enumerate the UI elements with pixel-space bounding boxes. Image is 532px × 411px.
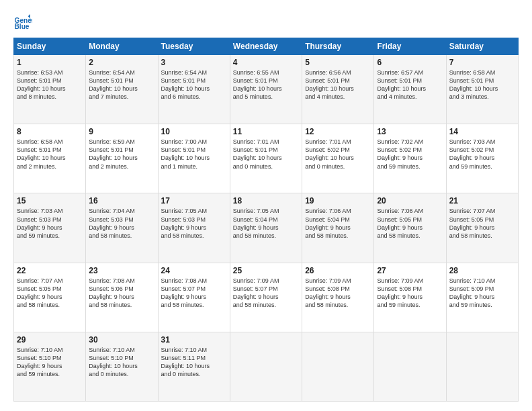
calendar-week-row: 22Sunrise: 7:07 AM Sunset: 5:05 PM Dayli… bbox=[14, 263, 519, 332]
calendar-table: SundayMondayTuesdayWednesdayThursdayFrid… bbox=[13, 38, 519, 402]
calendar-day-cell: 31Sunrise: 7:10 AM Sunset: 5:11 PM Dayli… bbox=[158, 332, 230, 401]
day-number: 27 bbox=[377, 266, 443, 275]
day-number: 19 bbox=[305, 196, 371, 205]
day-info: Sunrise: 7:06 AM Sunset: 5:04 PM Dayligh… bbox=[305, 207, 371, 240]
calendar-day-cell bbox=[374, 332, 446, 401]
svg-text:Blue: Blue bbox=[15, 23, 30, 30]
weekday-header: Monday bbox=[86, 38, 158, 55]
day-info: Sunrise: 7:10 AM Sunset: 5:11 PM Dayligh… bbox=[161, 346, 227, 379]
top-section: General Blue bbox=[13, 12, 519, 31]
calendar-day-cell: 22Sunrise: 7:07 AM Sunset: 5:05 PM Dayli… bbox=[14, 263, 86, 332]
calendar-day-cell: 21Sunrise: 7:07 AM Sunset: 5:05 PM Dayli… bbox=[446, 193, 518, 263]
day-number: 7 bbox=[449, 58, 515, 67]
day-number: 18 bbox=[233, 196, 299, 205]
calendar-day-cell bbox=[446, 332, 518, 401]
logo-icon: General Blue bbox=[13, 12, 32, 31]
weekday-header: Tuesday bbox=[158, 38, 230, 55]
calendar-day-cell bbox=[230, 332, 302, 401]
page: General Blue SundayMondayTuesdayWednesda… bbox=[0, 0, 532, 411]
calendar-day-cell: 8Sunrise: 6:58 AM Sunset: 5:01 PM Daylig… bbox=[14, 124, 86, 193]
day-number: 31 bbox=[161, 335, 227, 345]
day-number: 11 bbox=[233, 127, 299, 136]
calendar-day-cell: 17Sunrise: 7:05 AM Sunset: 5:03 PM Dayli… bbox=[158, 193, 230, 263]
day-info: Sunrise: 7:10 AM Sunset: 5:10 PM Dayligh… bbox=[89, 346, 154, 379]
day-number: 9 bbox=[89, 127, 154, 136]
day-info: Sunrise: 7:05 AM Sunset: 5:03 PM Dayligh… bbox=[161, 207, 227, 240]
day-info: Sunrise: 6:55 AM Sunset: 5:01 PM Dayligh… bbox=[233, 68, 299, 101]
day-number: 24 bbox=[161, 266, 227, 275]
calendar-day-cell: 15Sunrise: 7:03 AM Sunset: 5:03 PM Dayli… bbox=[14, 193, 86, 263]
calendar-day-cell: 18Sunrise: 7:05 AM Sunset: 5:04 PM Dayli… bbox=[230, 193, 302, 263]
day-number: 22 bbox=[17, 266, 83, 275]
day-number: 26 bbox=[305, 266, 371, 275]
calendar-day-cell: 27Sunrise: 7:09 AM Sunset: 5:08 PM Dayli… bbox=[374, 263, 446, 332]
calendar-day-cell: 9Sunrise: 6:59 AM Sunset: 5:01 PM Daylig… bbox=[86, 124, 158, 193]
calendar-day-cell: 5Sunrise: 6:56 AM Sunset: 5:01 PM Daylig… bbox=[302, 55, 374, 124]
calendar-day-cell: 25Sunrise: 7:09 AM Sunset: 5:07 PM Dayli… bbox=[230, 263, 302, 332]
day-info: Sunrise: 6:56 AM Sunset: 5:01 PM Dayligh… bbox=[305, 68, 371, 101]
calendar-day-cell: 4Sunrise: 6:55 AM Sunset: 5:01 PM Daylig… bbox=[230, 55, 302, 124]
calendar-day-cell: 6Sunrise: 6:57 AM Sunset: 5:01 PM Daylig… bbox=[374, 55, 446, 124]
day-number: 10 bbox=[161, 127, 227, 136]
day-number: 2 bbox=[89, 58, 154, 67]
calendar-day-cell: 16Sunrise: 7:04 AM Sunset: 5:03 PM Dayli… bbox=[86, 193, 158, 263]
day-number: 23 bbox=[89, 266, 154, 275]
calendar-day-cell: 1Sunrise: 6:53 AM Sunset: 5:01 PM Daylig… bbox=[14, 55, 86, 124]
logo: General Blue bbox=[13, 12, 35, 31]
weekday-header: Saturday bbox=[446, 38, 518, 55]
day-info: Sunrise: 7:07 AM Sunset: 5:05 PM Dayligh… bbox=[449, 207, 515, 240]
day-info: Sunrise: 7:03 AM Sunset: 5:03 PM Dayligh… bbox=[17, 207, 83, 240]
calendar-week-row: 8Sunrise: 6:58 AM Sunset: 5:01 PM Daylig… bbox=[14, 124, 519, 193]
day-info: Sunrise: 6:57 AM Sunset: 5:01 PM Dayligh… bbox=[377, 68, 443, 101]
day-info: Sunrise: 7:08 AM Sunset: 5:06 PM Dayligh… bbox=[89, 277, 154, 310]
day-info: Sunrise: 7:03 AM Sunset: 5:02 PM Dayligh… bbox=[449, 138, 515, 171]
day-info: Sunrise: 6:58 AM Sunset: 5:01 PM Dayligh… bbox=[449, 68, 515, 101]
day-number: 25 bbox=[233, 266, 299, 275]
weekday-header: Wednesday bbox=[230, 38, 302, 55]
day-info: Sunrise: 6:54 AM Sunset: 5:01 PM Dayligh… bbox=[89, 68, 154, 101]
day-info: Sunrise: 7:09 AM Sunset: 5:08 PM Dayligh… bbox=[377, 277, 443, 310]
calendar-day-cell: 26Sunrise: 7:09 AM Sunset: 5:08 PM Dayli… bbox=[302, 263, 374, 332]
calendar-week-row: 15Sunrise: 7:03 AM Sunset: 5:03 PM Dayli… bbox=[14, 193, 519, 263]
day-number: 29 bbox=[17, 335, 83, 345]
day-number: 14 bbox=[449, 127, 515, 136]
day-number: 21 bbox=[449, 196, 515, 205]
day-info: Sunrise: 7:00 AM Sunset: 5:01 PM Dayligh… bbox=[161, 138, 227, 171]
calendar-week-row: 29Sunrise: 7:10 AM Sunset: 5:10 PM Dayli… bbox=[14, 332, 519, 401]
calendar-day-cell: 11Sunrise: 7:01 AM Sunset: 5:01 PM Dayli… bbox=[230, 124, 302, 193]
calendar-day-cell: 2Sunrise: 6:54 AM Sunset: 5:01 PM Daylig… bbox=[86, 55, 158, 124]
day-number: 16 bbox=[89, 196, 154, 205]
day-number: 15 bbox=[17, 196, 83, 205]
day-number: 5 bbox=[305, 58, 371, 67]
day-number: 17 bbox=[161, 196, 227, 205]
weekday-header: Friday bbox=[374, 38, 446, 55]
day-info: Sunrise: 7:10 AM Sunset: 5:09 PM Dayligh… bbox=[449, 277, 515, 310]
day-info: Sunrise: 7:08 AM Sunset: 5:07 PM Dayligh… bbox=[161, 277, 227, 310]
calendar-day-cell: 30Sunrise: 7:10 AM Sunset: 5:10 PM Dayli… bbox=[86, 332, 158, 401]
weekday-header: Sunday bbox=[14, 38, 86, 55]
day-number: 1 bbox=[17, 58, 83, 67]
day-info: Sunrise: 7:01 AM Sunset: 5:01 PM Dayligh… bbox=[233, 138, 299, 171]
calendar-week-row: 1Sunrise: 6:53 AM Sunset: 5:01 PM Daylig… bbox=[14, 55, 519, 124]
day-info: Sunrise: 6:58 AM Sunset: 5:01 PM Dayligh… bbox=[17, 138, 83, 171]
calendar-day-cell: 7Sunrise: 6:58 AM Sunset: 5:01 PM Daylig… bbox=[446, 55, 518, 124]
calendar-day-cell: 12Sunrise: 7:01 AM Sunset: 5:02 PM Dayli… bbox=[302, 124, 374, 193]
day-number: 6 bbox=[377, 58, 443, 67]
calendar-day-cell: 28Sunrise: 7:10 AM Sunset: 5:09 PM Dayli… bbox=[446, 263, 518, 332]
day-info: Sunrise: 6:54 AM Sunset: 5:01 PM Dayligh… bbox=[161, 68, 227, 101]
calendar-day-cell: 13Sunrise: 7:02 AM Sunset: 5:02 PM Dayli… bbox=[374, 124, 446, 193]
calendar-day-cell: 19Sunrise: 7:06 AM Sunset: 5:04 PM Dayli… bbox=[302, 193, 374, 263]
calendar-day-cell: 23Sunrise: 7:08 AM Sunset: 5:06 PM Dayli… bbox=[86, 263, 158, 332]
calendar-day-cell: 3Sunrise: 6:54 AM Sunset: 5:01 PM Daylig… bbox=[158, 55, 230, 124]
day-info: Sunrise: 7:10 AM Sunset: 5:10 PM Dayligh… bbox=[17, 346, 83, 379]
day-info: Sunrise: 7:07 AM Sunset: 5:05 PM Dayligh… bbox=[17, 277, 83, 310]
day-info: Sunrise: 7:09 AM Sunset: 5:08 PM Dayligh… bbox=[305, 277, 371, 310]
day-number: 3 bbox=[161, 58, 227, 67]
weekday-header: Thursday bbox=[302, 38, 374, 55]
day-info: Sunrise: 6:53 AM Sunset: 5:01 PM Dayligh… bbox=[17, 68, 83, 101]
calendar-day-cell: 14Sunrise: 7:03 AM Sunset: 5:02 PM Dayli… bbox=[446, 124, 518, 193]
calendar-header-row: SundayMondayTuesdayWednesdayThursdayFrid… bbox=[14, 38, 519, 55]
day-info: Sunrise: 6:59 AM Sunset: 5:01 PM Dayligh… bbox=[89, 138, 154, 171]
day-number: 20 bbox=[377, 196, 443, 205]
day-number: 30 bbox=[89, 335, 154, 345]
